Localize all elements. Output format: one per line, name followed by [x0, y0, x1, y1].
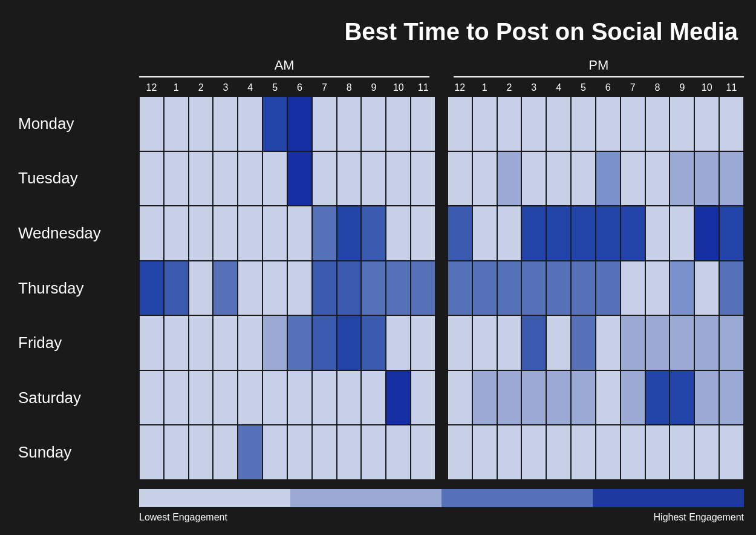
heat-cell-friday-9 [361, 315, 386, 370]
heat-cell-saturday-16 [546, 370, 571, 425]
heatmap-row-monday [139, 96, 744, 151]
grid-row-tuesday: Tuesday [12, 151, 744, 206]
heat-cell-monday-0 [139, 96, 164, 151]
heat-cell-friday-22 [694, 315, 719, 370]
heat-cell-monday-2 [189, 96, 213, 151]
heat-cell-thursday-10 [386, 261, 411, 316]
heat-cell-saturday-2 [189, 370, 213, 425]
lowest-engagement-label: Lowest Engagement [139, 512, 227, 523]
heat-cell-tuesday-11 [411, 151, 435, 206]
day-label-saturday: Saturday [12, 389, 139, 407]
heat-cell-friday-1 [164, 315, 189, 370]
heat-cell-saturday-8 [337, 370, 362, 425]
heat-cell-thursday-13 [472, 261, 497, 316]
heat-cell-thursday-5 [262, 261, 287, 316]
heat-cell-monday-16 [546, 96, 571, 151]
grid-container: MondayTuesdayWednesdayThursdayFridaySatu… [12, 96, 744, 480]
legend-seg4 [593, 489, 744, 507]
heat-cell-thursday-22 [694, 261, 719, 316]
heat-cell-tuesday-18 [596, 151, 621, 206]
hour-label-15: 3 [521, 82, 546, 93]
heat-cell-thursday-14 [497, 261, 522, 316]
heat-cell-saturday-13 [472, 370, 497, 425]
hour-label-21: 9 [670, 82, 694, 93]
heat-cell-friday-14 [497, 315, 522, 370]
heat-cell-saturday-9 [361, 370, 386, 425]
heat-cell-tuesday-12 [448, 151, 472, 206]
highest-engagement-label: Highest Engagement [654, 512, 744, 523]
heat-cell-friday-13 [472, 315, 497, 370]
heat-cell-thursday-20 [645, 261, 670, 316]
heat-cell-tuesday-20 [645, 151, 670, 206]
heat-cell-thursday-4 [238, 261, 262, 316]
heat-cell-saturday-17 [571, 370, 596, 425]
hour-label-13: 1 [472, 82, 497, 93]
heat-cell-sunday-0 [139, 425, 164, 480]
heat-cell-saturday-5 [262, 370, 287, 425]
heat-cell-saturday-20 [645, 370, 670, 425]
heat-cell-thursday-19 [621, 261, 645, 316]
legend-labels: Lowest Engagement Highest Engagement [139, 512, 744, 523]
heat-cell-wednesday-10 [386, 206, 411, 261]
heat-cell-tuesday-10 [386, 151, 411, 206]
heat-cell-tuesday-14 [497, 151, 522, 206]
heat-cell-saturday-22 [694, 370, 719, 425]
heat-cell-wednesday-13 [472, 206, 497, 261]
heat-cell-saturday-3 [213, 370, 238, 425]
day-label-monday: Monday [12, 114, 139, 133]
heat-cell-thursday-0 [139, 261, 164, 316]
heat-cell-friday-6 [287, 315, 312, 370]
heat-cell-monday-3 [213, 96, 238, 151]
heat-cell-wednesday-23 [719, 206, 744, 261]
heat-cell-wednesday-4 [238, 206, 262, 261]
heat-cell-monday-4 [238, 96, 262, 151]
hour-label-0: 12 [139, 82, 164, 93]
hour-label-3: 3 [213, 82, 238, 93]
heatmap-row-thursday [139, 261, 744, 316]
heat-cell-saturday-15 [521, 370, 546, 425]
heat-cell-sunday-18 [596, 425, 621, 480]
heat-cell-tuesday-4 [238, 151, 262, 206]
heat-cell-sunday-3 [213, 425, 238, 480]
heat-cell-thursday-23 [719, 261, 744, 316]
heat-cell-thursday-15 [521, 261, 546, 316]
heat-cell-thursday-9 [361, 261, 386, 316]
heat-cell-monday-8 [337, 96, 362, 151]
heat-cell-sunday-9 [361, 425, 386, 480]
heat-cell-saturday-1 [164, 370, 189, 425]
heat-cell-wednesday-0 [139, 206, 164, 261]
heat-cell-wednesday-14 [497, 206, 522, 261]
heat-cell-saturday-23 [719, 370, 744, 425]
pm-section: PM [454, 57, 744, 77]
heatmap-row-sunday [139, 425, 744, 480]
grid-row-saturday: Saturday [12, 370, 744, 425]
heat-cell-thursday-17 [571, 261, 596, 316]
heatmap-row-tuesday [139, 151, 744, 206]
pm-label: PM [588, 57, 608, 73]
heat-cell-sunday-20 [645, 425, 670, 480]
heatmap-row-wednesday [139, 206, 744, 261]
heat-cell-monday-14 [497, 96, 522, 151]
legend-area: Lowest Engagement Highest Engagement [139, 489, 744, 523]
heat-cell-monday-15 [521, 96, 546, 151]
grid-row-sunday: Sunday [12, 425, 744, 480]
heat-cell-monday-10 [386, 96, 411, 151]
heat-cell-sunday-13 [472, 425, 497, 480]
heat-cell-friday-17 [571, 315, 596, 370]
heat-cell-monday-12 [448, 96, 472, 151]
heat-cell-monday-11 [411, 96, 435, 151]
heat-cell-monday-22 [694, 96, 719, 151]
heat-cell-tuesday-8 [337, 151, 362, 206]
heat-cell-tuesday-13 [472, 151, 497, 206]
heat-cell-wednesday-9 [361, 206, 386, 261]
hour-label-2: 2 [189, 82, 213, 93]
page-title: Best Time to Post on Social Media [12, 18, 744, 45]
heat-cell-thursday-7 [312, 261, 337, 316]
heat-cell-thursday-8 [337, 261, 362, 316]
hour-label-1: 1 [164, 82, 189, 93]
heat-cell-monday-6 [287, 96, 312, 151]
heat-cell-tuesday-0 [139, 151, 164, 206]
hour-label-12: 12 [448, 82, 472, 93]
hour-label-4: 4 [238, 82, 262, 93]
heat-cell-saturday-18 [596, 370, 621, 425]
